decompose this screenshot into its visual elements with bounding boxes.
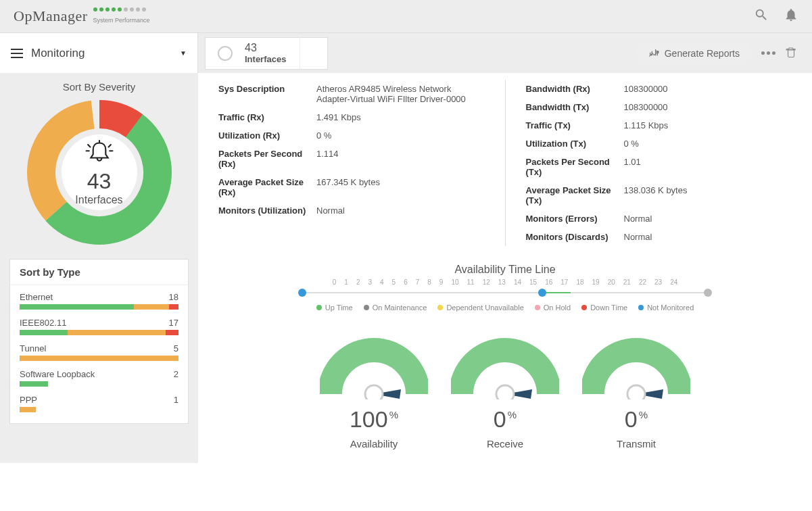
severity-title: Sort By Severity (9, 81, 189, 93)
type-row[interactable]: Software Loopback2 (20, 365, 178, 391)
legend-item: Up Time (316, 303, 353, 312)
info-row: Utilization (Rx)0 % (218, 126, 485, 145)
svg-line-4 (88, 145, 90, 147)
sidebar: Sort By Severity 43 Interfaces Sort by T… (0, 73, 198, 463)
availability-title: Availability Time Line (218, 264, 792, 276)
legend-item: Dependent Unavailable (437, 303, 523, 312)
type-row[interactable]: Tunnel5 (20, 339, 178, 365)
svg-point-9 (365, 385, 383, 399)
availability-timeline[interactable] (300, 289, 711, 297)
timeline-legend: Up TimeOn MaintenanceDependent Unavailab… (218, 303, 792, 312)
type-row[interactable]: IEEE802.1117 (20, 314, 178, 339)
sort-by-type-panel: Sort by Type Ethernet18IEEE802.1117Tunne… (9, 259, 189, 424)
info-row: Average Packet Size (Tx)138.036 K bytes (526, 181, 792, 210)
info-row: Bandwidth (Tx)108300000 (526, 98, 792, 116)
status-indicator-icon (218, 46, 233, 61)
main-content: Sys DescriptionAtheros AR9485 Wireless N… (198, 73, 812, 463)
info-row: Sys DescriptionAtheros AR9485 Wireless N… (218, 80, 485, 108)
info-row: Bandwidth (Rx)108300000 (526, 80, 792, 98)
info-row: Packets Per Second (Tx)1.01 (526, 153, 792, 181)
bell-icon[interactable] (784, 7, 798, 25)
topbar: OpManager System Performance (0, 0, 812, 33)
monitoring-dropdown[interactable]: Monitoring ▼ (0, 33, 198, 73)
brand-subtitle: System Performance (93, 7, 150, 25)
gauge-availability: 100% Availability (320, 332, 428, 449)
gauge-receive: 0% Receive (451, 332, 559, 449)
brand-name: OpManager (14, 7, 88, 25)
alarm-bell-icon (85, 139, 114, 168)
info-row: Traffic (Tx)1.115 Kbps (526, 116, 792, 135)
svg-point-11 (496, 385, 514, 399)
info-row: Packets Per Second (Rx)1.114 (218, 145, 485, 173)
trash-icon[interactable] (785, 46, 797, 61)
timeline-ticks: 0123456789101112131415161718192021222324 (218, 278, 792, 286)
gauges-row: 100% Availability 0% Receive 0% Transmit (218, 332, 792, 449)
toolbar: Monitoring ▼ 43 Interfaces Generate Repo… (0, 33, 812, 73)
info-row: Monitors (Discards)Normal (526, 228, 792, 246)
legend-item: Not Monitored (638, 303, 694, 312)
more-icon[interactable] (761, 51, 775, 55)
info-row: Utilization (Tx)0 % (526, 135, 792, 153)
generate-reports-button[interactable]: Generate Reports (636, 42, 752, 65)
severity-donut-chart[interactable]: 43 Interfaces (25, 98, 174, 247)
info-row: Monitors (Utilization)Normal (218, 201, 485, 220)
legend-item: On Hold (535, 303, 571, 312)
interface-summary: 43 Interfaces (205, 37, 328, 70)
info-row: Average Packet Size (Rx)167.345 K bytes (218, 173, 485, 201)
info-row: Traffic (Rx)1.491 Kbps (218, 108, 485, 126)
interface-count: 43 (245, 42, 286, 54)
info-grid: Sys DescriptionAtheros AR9485 Wireless N… (218, 80, 792, 246)
svg-point-13 (627, 385, 645, 399)
info-row: Monitors (Errors)Normal (526, 210, 792, 228)
legend-item: Down Time (581, 303, 627, 312)
type-row[interactable]: PPP1 (20, 391, 178, 416)
type-row[interactable]: Ethernet18 (20, 288, 178, 314)
menu-icon (11, 49, 23, 58)
legend-item: On Maintenance (364, 303, 427, 312)
search-icon[interactable] (754, 7, 769, 25)
svg-line-5 (108, 145, 110, 147)
gauge-transmit: 0% Transmit (582, 332, 690, 449)
chevron-down-icon: ▼ (180, 49, 187, 57)
